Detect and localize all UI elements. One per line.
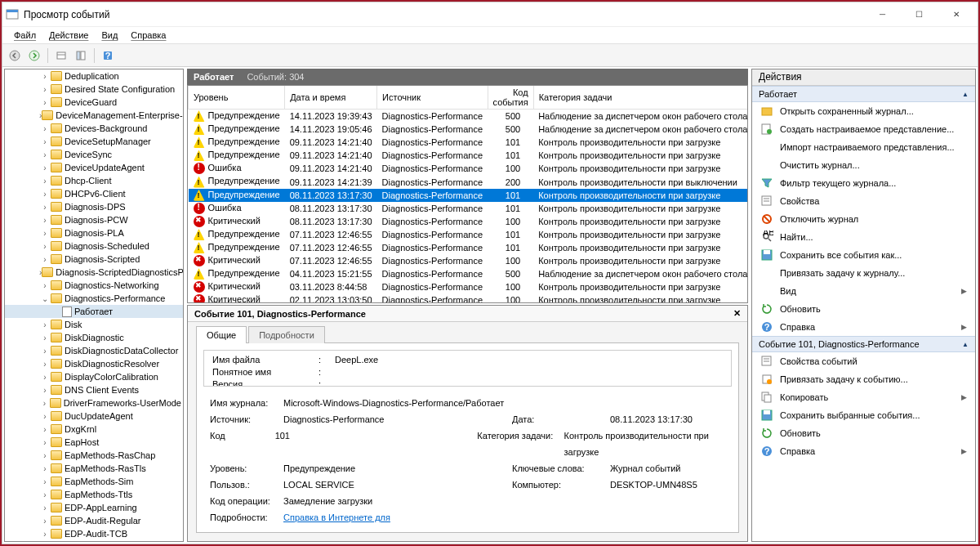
action-item[interactable]: Копировать▶ [752,388,975,406]
event-row[interactable]: Предупреждение04.11.2023 15:21:55Diagnos… [189,267,749,280]
event-row[interactable]: Критический02.11.2023 13:03:50Diagnostic… [189,293,749,303]
tree-item[interactable]: ›EDP-AppLearning [5,501,183,514]
tree-item[interactable]: ›DxgKrnl [5,423,183,436]
expand-icon[interactable]: › [39,320,51,329]
expand-icon[interactable]: › [39,72,51,81]
event-row[interactable]: Предупреждение07.11.2023 12:46:55Diagnos… [189,228,749,241]
expand-icon[interactable]: › [39,438,51,447]
action-item[interactable]: Сохранить все события как... [752,246,975,264]
action-item[interactable]: ?Справка▶ [752,442,975,460]
expand-icon[interactable]: › [39,477,51,486]
event-row[interactable]: Критический07.11.2023 12:46:55Diagnostic… [189,254,749,267]
tree-item[interactable]: ›EapMethods-RasChap [5,449,183,462]
expand-icon[interactable]: › [39,360,51,369]
expand-icon[interactable]: › [39,386,51,395]
expand-icon[interactable]: › [39,255,51,264]
expand-icon[interactable]: ⌄ [39,294,51,303]
tree-item[interactable]: ›DiskDiagnostic [5,331,183,344]
action-item[interactable]: ABНайти... [752,228,975,246]
menu-action[interactable]: Действие [44,29,93,42]
action-item[interactable]: Отключить журнал [752,210,975,228]
tree-item[interactable]: ›DeviceManagement-Enterprise- [5,109,183,122]
expand-icon[interactable]: › [39,229,51,238]
event-row[interactable]: Ошибка09.11.2023 14:21:40Diagnostics-Per… [189,162,749,175]
tree-item[interactable]: ›Dhcp-Client [5,174,183,187]
expand-icon[interactable]: › [39,464,51,473]
menu-help[interactable]: Справка [126,29,171,42]
event-row[interactable]: Предупреждение09.11.2023 14:21:39Diagnos… [189,175,749,188]
toolbar-btn-2[interactable] [72,47,90,65]
tree-item[interactable]: ›DriverFrameworks-UserMode [5,396,183,410]
action-item[interactable]: Сохранить выбранные события... [752,406,975,424]
event-row[interactable]: Предупреждение07.11.2023 12:46:55Diagnos… [189,241,749,254]
action-item[interactable]: Привязать задачу к событию... [752,370,975,388]
tree-item[interactable]: ›Deduplication [5,69,183,83]
tree-item[interactable]: ›DiskDiagnosticResolver [5,357,183,370]
expand-icon[interactable]: › [39,347,51,356]
action-item[interactable]: Фильтр текущего журнала... [752,174,975,192]
tab-details[interactable]: Подробности [248,326,325,343]
action-item[interactable]: Импорт настраиваемого представления... [752,138,975,156]
toolbar-btn-1[interactable] [52,47,70,65]
expand-icon[interactable]: › [39,530,51,539]
expand-icon[interactable]: › [39,490,51,499]
expand-icon[interactable]: › [39,216,51,225]
titlebar[interactable]: Просмотр событий ─ ☐ ✕ [2,2,978,27]
menu-view[interactable]: Вид [96,29,122,42]
tree-item[interactable]: ›Diagnosis-PLA [5,226,183,239]
action-item[interactable]: Обновить [752,424,975,442]
action-item[interactable]: Обновить [752,300,975,318]
action-item[interactable]: ?Справка▶ [752,318,975,336]
tree-pane[interactable]: ›Deduplication›Desired State Configurati… [4,69,184,542]
column-header[interactable]: Категория задачи [533,86,748,110]
column-header[interactable]: Код события [488,86,533,110]
help-link[interactable]: Справка в Интернете для [283,509,390,526]
detail-props[interactable]: Имя файла:DeepL.exeПонятное имя:Версия:О… [203,350,732,387]
tree-item[interactable]: ⌄Diagnostics-Performance [5,292,183,305]
tree-item[interactable]: ›EDP-Audit-Regular [5,514,183,527]
detail-close-button[interactable]: ✕ [733,308,741,319]
expand-icon[interactable]: › [39,373,51,382]
expand-icon[interactable]: › [39,98,51,107]
tree-item[interactable]: ›Disk [5,318,183,331]
tree-item[interactable]: ›Diagnosis-Scheduled [5,239,183,253]
action-item[interactable]: Вид▶ [752,282,975,300]
tree-item[interactable]: ›Devices-Background [5,122,183,135]
expand-icon[interactable]: › [39,503,51,512]
tree-item[interactable]: ›DeviceSetupManager [5,135,183,148]
event-row[interactable]: Критический08.11.2023 13:17:30Diagnostic… [189,215,749,228]
tree-item[interactable]: Работает [5,305,183,318]
back-button[interactable] [6,47,24,65]
expand-icon[interactable]: › [39,85,51,94]
event-row[interactable]: Предупреждение09.11.2023 14:21:40Diagnos… [189,136,749,149]
close-button[interactable]: ✕ [938,3,974,26]
column-header[interactable]: Источник [377,86,488,110]
tree-item[interactable]: ›DiskDiagnosticDataCollector [5,344,183,357]
expand-icon[interactable]: › [39,333,51,342]
expand-icon[interactable]: › [39,281,51,290]
expand-icon[interactable]: › [39,242,51,251]
tree-item[interactable]: ›Diagnosis-PCW [5,213,183,226]
action-item[interactable]: Открыть сохраненный журнал... [752,102,975,120]
tree-item[interactable]: ›DHCPv6-Client [5,187,183,200]
tab-general[interactable]: Общие [196,326,247,343]
tree-item[interactable]: ›EapMethods-Sim [5,475,183,488]
tree-item[interactable]: ›DeviceGuard [5,96,183,109]
tree-item[interactable]: ›Diagnosis-Scripted [5,253,183,266]
tree-item[interactable]: ›DNS Client Events [5,383,183,396]
action-item[interactable]: Свойства событий [752,352,975,370]
event-row[interactable]: Ошибка08.11.2023 13:17:30Diagnostics-Per… [189,202,749,215]
event-row[interactable]: Предупреждение08.11.2023 13:17:30Diagnos… [189,189,749,202]
expand-icon[interactable]: › [39,425,51,434]
event-row[interactable]: Предупреждение14.11.2023 19:05:46Diagnos… [189,123,749,136]
expand-icon[interactable]: › [39,124,51,133]
forward-button[interactable] [25,47,43,65]
menu-file[interactable]: Файл [9,29,41,42]
action-item[interactable]: Создать настраиваемое представление... [752,120,975,138]
expand-icon[interactable]: › [39,163,51,172]
expand-icon[interactable]: › [39,190,51,199]
expand-icon[interactable]: › [39,412,51,421]
expand-icon[interactable]: › [39,451,51,460]
column-header[interactable]: Дата и время [285,86,377,110]
actions-section-2[interactable]: Событие 101, Diagnostics-Performance▲ [752,336,975,352]
